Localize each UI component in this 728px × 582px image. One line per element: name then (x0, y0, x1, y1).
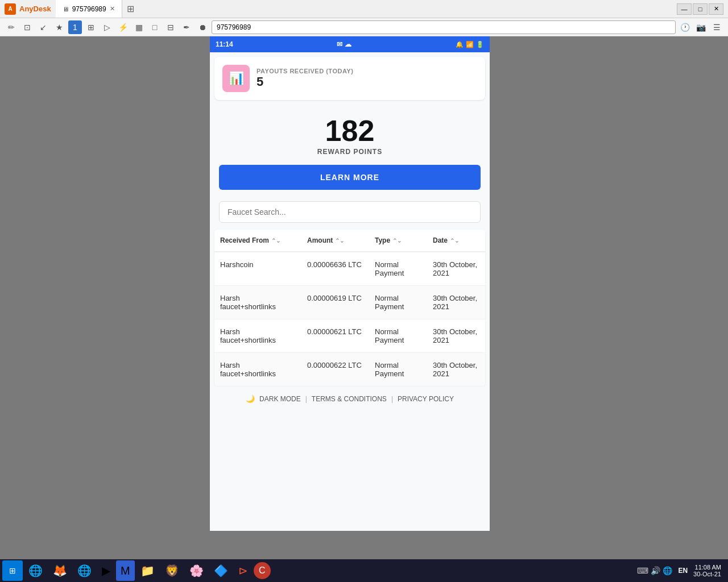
tab-bar: 🖥 975796989 ✕ ⊞ (56, 0, 672, 18)
td-from-1: Harsh faucet+shortlinks (214, 286, 301, 319)
payouts-label: PAYOUTS RECEIVED (TODAY) (257, 68, 353, 74)
toolbar-icon-arrow[interactable]: ↙ (36, 20, 50, 34)
sort-icon-type: ⌃⌄ (392, 238, 402, 244)
language-indicator: EN (676, 566, 690, 576)
payouts-info: PAYOUTS RECEIVED (TODAY) 5 (257, 68, 353, 89)
terms-link[interactable]: TERMS & CONDITIONS (312, 395, 387, 403)
td-date-1: 30th October, 2021 (427, 286, 485, 319)
new-tab-button[interactable]: ⊞ (122, 3, 139, 14)
payouts-count: 5 (257, 74, 353, 89)
learn-more-button[interactable]: LEARN MORE (219, 165, 481, 190)
reward-points-number: 182 (219, 116, 481, 146)
toolbar-icon-grid[interactable]: ▦ (132, 20, 146, 34)
tray-icons: ⌨ 🔊 🌐 (637, 566, 672, 575)
maximize-button[interactable]: □ (693, 3, 708, 15)
td-date-2: 30th October, 2021 (427, 319, 485, 352)
search-container (210, 201, 490, 230)
cloud-icon: ☁ (345, 40, 351, 48)
taskbar-folder-icon[interactable]: 📁 (136, 560, 159, 581)
phone-status-bar: 11:14 ✉ ☁ 🔔 📶 🔋 (210, 36, 490, 52)
toolbar-icon-square[interactable]: □ (148, 20, 162, 34)
table-header: Received From ⌃⌄ Amount ⌃⌄ Type ⌃⌄ Date … (214, 230, 485, 252)
chart-icon: 📊 (229, 71, 244, 86)
anydesk-logo-icon: A (5, 3, 16, 15)
toolbar-icon-screenshot[interactable]: 📷 (694, 20, 708, 34)
td-from-0: Harshcoin (214, 252, 301, 285)
clock-date: 30-Oct-21 (693, 571, 721, 577)
taskbar-red-icon[interactable]: C (254, 562, 271, 579)
dark-mode-link[interactable]: DARK MODE (259, 395, 301, 403)
payments-table: Received From ⌃⌄ Amount ⌃⌄ Type ⌃⌄ Date … (214, 230, 485, 386)
clock-time: 11:08 AM (693, 564, 721, 571)
sort-icon-from: ⌃⌄ (271, 238, 280, 244)
td-date-3: 30th October, 2021 (427, 353, 485, 386)
payouts-icon: 📊 (222, 65, 250, 92)
toolbar-icon-tab1[interactable]: 1 (68, 20, 82, 34)
toolbar-icon-play[interactable]: ▷ (100, 20, 114, 34)
phone-frame: 11:14 ✉ ☁ 🔔 📶 🔋 📊 PAYOUTS RECEIVED (TODA… (210, 36, 490, 531)
taskbar-ie-icon[interactable]: 🌐 (24, 560, 47, 581)
th-amount[interactable]: Amount ⌃⌄ (301, 230, 369, 251)
battery-icon: 🔋 (476, 41, 484, 48)
anydesk-title: AnyDesk (19, 5, 51, 13)
taskbar-app6-icon[interactable]: 🔷 (209, 560, 233, 581)
start-button[interactable]: ⊞ (2, 560, 23, 581)
th-type[interactable]: Type ⌃⌄ (369, 230, 427, 251)
tray-icon-2[interactable]: 🔊 (651, 566, 660, 575)
toolbar-icon-box[interactable]: ⊡ (20, 20, 34, 34)
anydesk-logo: A AnyDesk (0, 3, 56, 15)
toolbar-icon-record[interactable]: ⏺ (196, 20, 209, 34)
toolbar-icon-minus-box[interactable]: ⊟ (164, 20, 177, 34)
toolbar-icon-pen[interactable]: ✒ (180, 20, 193, 34)
taskbar-flower-icon[interactable]: 🌸 (185, 560, 208, 581)
reward-section: 182 REWARD POINTS LEARN MORE (210, 105, 490, 201)
tray-icon-network[interactable]: 🌐 (663, 566, 672, 575)
reward-points-label: REWARD POINTS (219, 148, 481, 156)
tab-close-button[interactable]: ✕ (110, 5, 115, 13)
search-input[interactable] (219, 201, 481, 223)
status-left-icons: ✉ ☁ (337, 40, 351, 48)
table-row: Harshcoin 0.00006636 LTC Normal Payment … (214, 252, 485, 286)
sort-icon-date: ⌃⌄ (450, 238, 459, 244)
taskbar-right: ⌨ 🔊 🌐 EN 11:08 AM 30-Oct-21 (632, 564, 726, 577)
taskbar-brave-icon[interactable]: 🦁 (160, 560, 184, 581)
privacy-link[interactable]: PRIVACY POLICY (398, 395, 454, 403)
table-row: Harsh faucet+shortlinks 0.00000619 LTC N… (214, 286, 485, 319)
taskbar-clock: 11:08 AM 30-Oct-21 (693, 564, 721, 577)
anydesk-toolbar: ✏ ⊡ ↙ ★ 1 ⊞ ▷ ⚡ ▦ □ ⊟ ✒ ⏺ 🕐 📷 ☰ (0, 18, 728, 36)
table-row: Harsh faucet+shortlinks 0.00000622 LTC N… (214, 353, 485, 386)
tray-icon-1[interactable]: ⌨ (637, 566, 648, 575)
toolbar-icon-star[interactable]: ★ (52, 20, 66, 34)
td-from-3: Harsh faucet+shortlinks (214, 353, 301, 386)
address-bar[interactable] (212, 20, 676, 34)
toolbar-icon-history[interactable]: 🕐 (678, 20, 692, 34)
minimize-button[interactable]: — (677, 3, 692, 15)
td-amount-3: 0.00000622 LTC (301, 353, 369, 386)
toolbar-icon-newwin[interactable]: ⊞ (84, 20, 98, 34)
td-amount-2: 0.00000621 LTC (301, 319, 369, 352)
close-button[interactable]: ✕ (709, 3, 723, 15)
toolbar-icon-lightning[interactable]: ⚡ (116, 20, 130, 34)
taskbar-media-icon[interactable]: ▶ (97, 560, 115, 581)
bell-icon: 🔔 (456, 41, 464, 48)
payouts-card: 📊 PAYOUTS RECEIVED (TODAY) 5 (214, 57, 485, 100)
taskbar-ie2-icon[interactable]: 🌐 (73, 560, 96, 581)
tab-label: 975796989 (72, 5, 106, 13)
toolbar-icon-menu[interactable]: ☰ (710, 20, 723, 34)
table-body: Harshcoin 0.00006636 LTC Normal Payment … (214, 252, 485, 386)
taskbar: ⊞ 🌐 🦊 🌐 ▶ M 📁 🦁 🌸 🔷 ⊳ C ⌨ 🔊 🌐 EN 11:08 A… (0, 559, 728, 582)
toolbar-icon-edit[interactable]: ✏ (5, 20, 18, 34)
table-row: Harsh faucet+shortlinks 0.00000621 LTC N… (214, 319, 485, 353)
windows-icon: ⊞ (9, 566, 16, 575)
td-date-0: 30th October, 2021 (427, 252, 485, 285)
td-type-3: Normal Payment (369, 353, 427, 386)
td-type-2: Normal Payment (369, 319, 427, 352)
taskbar-blue-icon[interactable]: M (116, 560, 135, 581)
th-received-from[interactable]: Received From ⌃⌄ (214, 230, 301, 251)
taskbar-git-icon[interactable]: ⊳ (234, 560, 253, 581)
footer-sep-2: | (391, 395, 393, 403)
taskbar-firefox-icon[interactable]: 🦊 (48, 560, 72, 581)
tab-icon: 🖥 (63, 6, 69, 13)
th-date[interactable]: Date ⌃⌄ (427, 230, 485, 251)
tab-item[interactable]: 🖥 975796989 ✕ (56, 0, 122, 18)
